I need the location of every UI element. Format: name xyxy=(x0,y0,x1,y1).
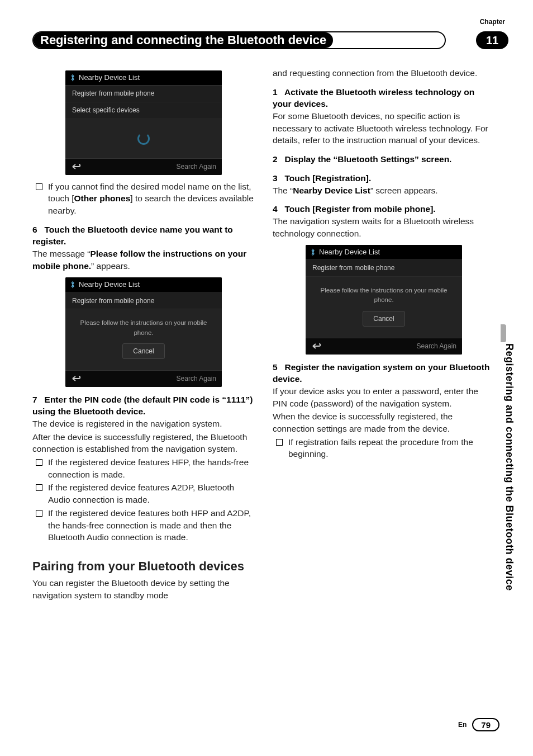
step-7-text-1: The device is registered in the navigati… xyxy=(32,418,255,430)
spinner-icon xyxy=(137,133,150,145)
note-item: If you cannot find the desired model nam… xyxy=(48,181,255,217)
right-column: and requesting connection from the Bluet… xyxy=(273,67,495,602)
step-4: 4 Touch [Register from mobile phone]. Th… xyxy=(273,203,495,239)
step-1: 1 Activate the Bluetooth wireless techno… xyxy=(273,86,495,147)
bluetooth-icon xyxy=(70,74,75,82)
chapter-label: Chapter xyxy=(480,18,505,26)
figure-row-select: Select specific devices xyxy=(65,102,222,119)
chapter-number-badge: 11 xyxy=(476,31,508,49)
cancel-button: Cancel xyxy=(122,343,164,359)
cancel-button: Cancel xyxy=(363,311,404,327)
figure-message: Please follow the instructions on your m… xyxy=(306,277,462,338)
bluetooth-icon xyxy=(310,248,316,256)
figure-title: Nearby Device List xyxy=(79,73,140,83)
chapter-title: Registering and connecting the Bluetooth… xyxy=(34,32,333,48)
step-4-text: The navigation system waits for a Blueto… xyxy=(273,215,495,239)
section-heading-pairing: Pairing from your Bluetooth devices xyxy=(32,559,255,574)
figure-nearby-device-list-1: Nearby Device List Register from mobile … xyxy=(65,70,222,175)
figure-header: Nearby Device List xyxy=(65,277,222,292)
figure-nearby-device-list-2: Nearby Device List Register from mobile … xyxy=(65,277,222,386)
page-number-badge: 79 xyxy=(472,718,499,731)
figure-spinner-area xyxy=(65,119,222,158)
step-5: 5 Register the navigation system on your… xyxy=(273,361,495,461)
section-pairing-text: You can register the Bluetooth device by… xyxy=(32,577,255,601)
side-tab-marker xyxy=(501,324,506,342)
figure-header: Nearby Device List xyxy=(306,245,462,260)
list-item: If the registered device features A2DP, … xyxy=(48,481,255,505)
list-item: If the registered device features HFP, t… xyxy=(48,456,255,480)
footer-language: En xyxy=(458,721,467,729)
figure-nearby-device-list-3: Nearby Device List Register from mobile … xyxy=(306,245,462,354)
figure-row-register: Register from mobile phone xyxy=(65,86,222,102)
note-list: If you cannot find the desired model nam… xyxy=(32,181,255,217)
step-7: 7 Enter the PIN code (the default PIN co… xyxy=(32,394,255,544)
search-again-label: Search Again xyxy=(177,162,216,172)
figure-title: Nearby Device List xyxy=(79,280,140,290)
list-item: If registration fails repeat the procedu… xyxy=(288,436,495,460)
step-2: 2 Display the “Bluetooth Settings” scree… xyxy=(273,153,495,166)
list-item: If the registered device features both H… xyxy=(48,507,255,544)
page-footer: En 79 xyxy=(458,718,499,731)
side-tab-title: Registering and connecting the Bluetooth… xyxy=(503,343,515,591)
figure-title: Nearby Device List xyxy=(319,247,380,257)
search-again-label: Search Again xyxy=(417,342,456,351)
continuation-text: and requesting connection from the Bluet… xyxy=(273,67,495,79)
step-5-text-2: When the device is successfully register… xyxy=(273,410,495,434)
step-6: 6 Touch the Bluetooth device name you wa… xyxy=(32,224,255,272)
chapter-title-bar: Registering and connecting the Bluetooth… xyxy=(32,31,446,49)
figure-message: Please follow the instructions on your m… xyxy=(65,309,222,370)
step-5-text-1: If your device asks you to enter a passw… xyxy=(273,385,495,409)
left-column: Nearby Device List Register from mobile … xyxy=(32,67,255,602)
bluetooth-icon xyxy=(70,281,75,289)
back-icon xyxy=(71,375,82,382)
step-3-text: The “Nearby Device List” screen appears. xyxy=(273,185,495,197)
figure-row-register: Register from mobile phone xyxy=(306,260,462,277)
back-icon xyxy=(71,163,82,171)
search-again-label: Search Again xyxy=(177,374,216,384)
step-1-text: For some Bluetooth devices, no specific … xyxy=(273,110,495,147)
step-3: 3 Touch [Registration]. The “Nearby Devi… xyxy=(273,172,495,196)
step-7-text-2: After the device is successfully registe… xyxy=(32,431,255,455)
step-7-bullets: If the registered device features HFP, t… xyxy=(32,456,255,544)
step-6-text: The message “Please follow the instructi… xyxy=(32,248,255,272)
step-5-bullets: If registration fails repeat the procedu… xyxy=(273,436,495,460)
figure-row-register: Register from mobile phone xyxy=(65,293,222,310)
figure-header: Nearby Device List xyxy=(65,70,222,86)
back-icon xyxy=(311,342,322,350)
